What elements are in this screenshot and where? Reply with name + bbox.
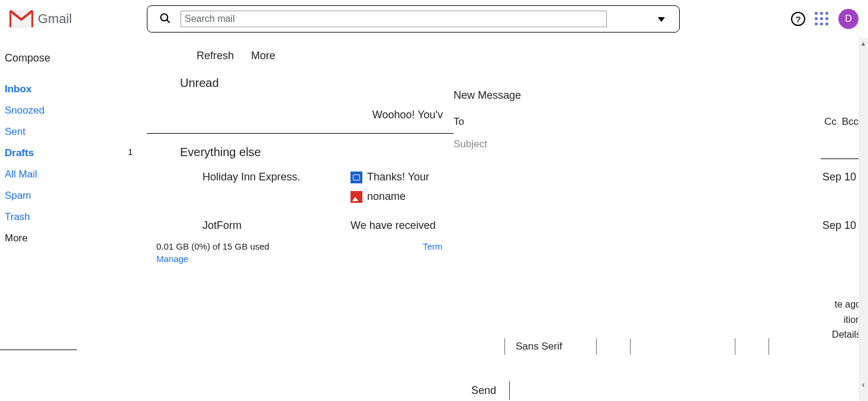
manage-link[interactable]: Manage — [156, 251, 423, 264]
activity-text: te ago — [832, 297, 861, 312]
apps-grid-icon[interactable] — [815, 12, 829, 26]
drafts-count: 1 — [128, 147, 133, 159]
sidebar-item-allmail[interactable]: All Mail — [0, 164, 147, 185]
sidebar-item-label: Drafts — [5, 147, 34, 159]
sidebar-item-drafts[interactable]: Drafts1 — [0, 143, 147, 164]
mail-date: Sep 10 — [797, 219, 868, 232]
unread-empty-message: Woohoo! You'v — [147, 97, 443, 133]
sidebar-item-sent[interactable]: Sent — [0, 121, 147, 143]
compose-cc-link[interactable]: Cc — [824, 116, 837, 127]
mail-row[interactable]: Holiday Inn Express. Thanks! Your noname… — [147, 166, 868, 208]
terms-link[interactable]: Term — [423, 241, 442, 264]
search-options-dropdown[interactable] — [651, 14, 672, 24]
mail-sender: Holiday Inn Express. — [202, 171, 351, 183]
search-bar[interactable] — [147, 5, 680, 33]
mail-toolbar: Refresh More — [147, 38, 868, 69]
app-name: Gmail — [38, 11, 72, 27]
sidebar: Compose Inbox Snoozed Sent Drafts1 All M… — [0, 38, 147, 401]
sidebar-item-label: Trash — [5, 211, 30, 223]
account-avatar[interactable]: D — [838, 9, 859, 29]
sidebar-item-label: Sent — [5, 126, 25, 138]
search-input[interactable] — [181, 11, 607, 27]
storage-text: 0.01 GB (0%) of 15 GB used — [156, 241, 269, 251]
compose-subject-field[interactable]: Subject — [454, 132, 859, 159]
right-rail: ▲ ‹ — [859, 38, 868, 401]
sidebar-item-spam[interactable]: Spam — [0, 185, 147, 206]
sidebar-item-label: Snoozed — [5, 105, 44, 117]
mail-row[interactable]: JotForm We have received Sep 10 — [147, 208, 868, 237]
attachment-name[interactable]: noname — [367, 190, 406, 203]
font-selector[interactable]: Sans Serif — [510, 341, 568, 353]
sidebar-item-snoozed[interactable]: Snoozed — [0, 100, 147, 121]
sidebar-item-label: Inbox — [5, 83, 31, 95]
compose-bcc-link[interactable]: Bcc — [842, 116, 859, 127]
search-icon[interactable] — [155, 12, 176, 26]
side-panel-toggle-icon[interactable]: ‹ — [862, 380, 865, 389]
gmail-logo-area[interactable]: Gmail — [9, 10, 147, 28]
mail-subject: Thanks! Your — [367, 171, 429, 183]
mail-date: Sep 10 — [797, 171, 868, 183]
mail-subject: We have received — [351, 219, 436, 232]
sidebar-more[interactable]: More — [0, 228, 147, 249]
sidebar-item-inbox[interactable]: Inbox — [0, 79, 147, 100]
svg-point-1 — [161, 14, 168, 21]
sidebar-item-trash[interactable]: Trash — [0, 206, 147, 228]
compose-to-field[interactable]: To — [454, 116, 464, 128]
details-link[interactable]: Details — [832, 327, 861, 342]
image-attachment-icon — [351, 191, 362, 203]
refresh-button[interactable]: Refresh — [197, 50, 234, 62]
send-options-divider[interactable] — [509, 381, 510, 400]
compose-title: New Message — [454, 89, 859, 111]
sidebar-item-label: Spam — [5, 190, 31, 202]
compose-divider — [821, 159, 859, 159]
gmail-logo-icon — [9, 10, 33, 28]
compose-button[interactable]: Compose — [0, 43, 147, 79]
mail-sender: JotForm — [202, 219, 351, 232]
sidebar-item-label: All Mail — [5, 169, 37, 180]
svg-line-2 — [167, 20, 170, 22]
scroll-up-icon[interactable]: ▲ — [860, 40, 866, 47]
format-toolbar: Sans Serif — [500, 336, 774, 357]
send-button[interactable]: Send — [464, 384, 503, 397]
activity-text: ition — [832, 312, 861, 328]
compose-window: New Message To Cc Bcc Subject — [454, 89, 859, 159]
more-button[interactable]: More — [251, 50, 275, 62]
briefcase-icon — [351, 172, 362, 183]
sidebar-divider — [0, 350, 77, 350]
support-icon[interactable]: ? — [791, 12, 805, 26]
